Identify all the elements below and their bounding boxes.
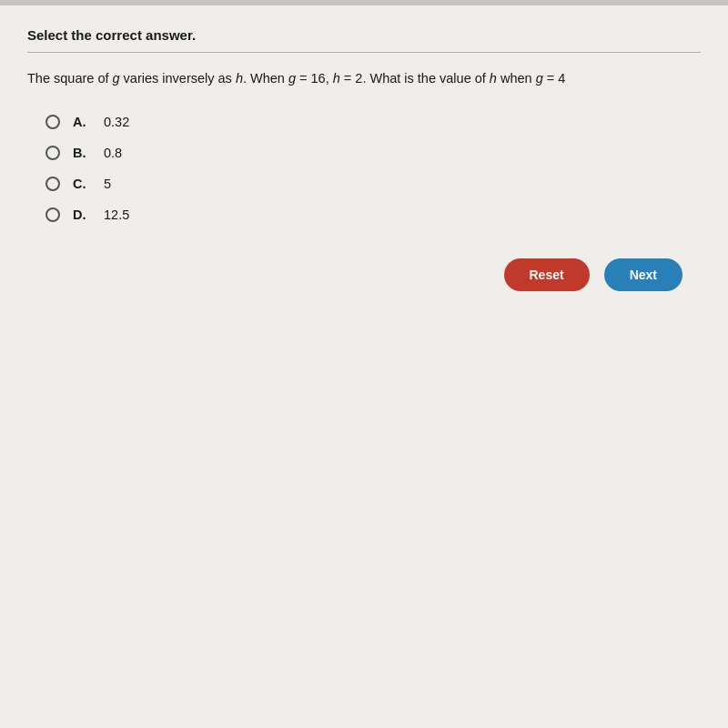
buttons-row: Reset Next [27, 258, 701, 291]
option-label-c: C. [73, 177, 91, 191]
radio-d[interactable] [46, 207, 60, 222]
option-label-b: B. [73, 146, 91, 160]
next-button[interactable]: Next [604, 258, 682, 291]
option-item-b[interactable]: B. 0.8 [46, 146, 701, 160]
option-item-c[interactable]: C. 5 [46, 177, 701, 191]
reset-button[interactable]: Reset [504, 258, 590, 291]
radio-a[interactable] [46, 115, 60, 129]
question-text: The square of g varies inversely as h. W… [27, 69, 701, 89]
option-value-b: 0.8 [104, 146, 122, 160]
options-list: A. 0.32 B. 0.8 C. 5 D. 12.5 [46, 115, 701, 222]
option-value-d: 12.5 [104, 207, 129, 222]
option-value-a: 0.32 [104, 115, 129, 129]
content-area: Select the correct answer. The square of… [0, 5, 728, 309]
option-value-c: 5 [104, 177, 111, 191]
page-container: Select the correct answer. The square of… [0, 0, 728, 728]
option-label-a: A. [73, 115, 91, 129]
radio-c[interactable] [46, 177, 60, 191]
option-item-a[interactable]: A. 0.32 [46, 115, 701, 129]
option-item-d[interactable]: D. 12.5 [46, 207, 701, 222]
option-label-d: D. [73, 207, 91, 222]
instruction-text: Select the correct answer. [27, 27, 701, 53]
radio-b[interactable] [46, 146, 60, 160]
